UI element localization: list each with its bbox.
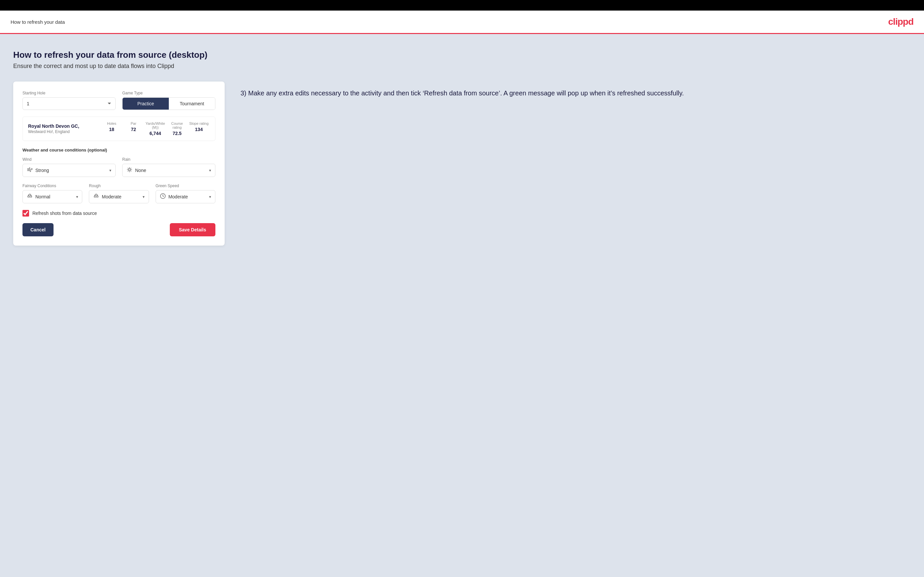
fairway-icon — [27, 193, 33, 200]
fairway-label: Fairway Conditions — [23, 184, 82, 188]
wind-icon — [27, 167, 33, 174]
page-subheading: Ensure the correct and most up to date d… — [13, 63, 911, 70]
green-speed-group: Green Speed Moderate Slow Fast ▼ — [156, 184, 215, 203]
green-speed-icon — [160, 193, 166, 200]
wind-rain-row: Wind Strong Calm Light Moderate ▼ — [23, 157, 215, 177]
rough-label: Rough — [89, 184, 149, 188]
par-value: 72 — [123, 127, 144, 132]
game-type-group: Game Type Practice Tournament — [122, 91, 215, 110]
yards-label: Yards/White (M)) — [144, 121, 166, 129]
conditions-row: Fairway Conditions Normal Soft Firm ▼ — [23, 184, 215, 203]
slope-rating-stat: Slope rating 134 — [188, 121, 210, 136]
fairway-dropdown[interactable]: Normal Soft Firm ▼ — [23, 190, 82, 203]
green-speed-dropdown[interactable]: Moderate Slow Fast ▼ — [156, 190, 215, 203]
conditions-title: Weather and course conditions (optional) — [23, 148, 215, 153]
game-type-label: Game Type — [122, 91, 215, 95]
starting-hole-select[interactable]: 1 10 — [23, 97, 116, 110]
rain-dropdown[interactable]: None Light Heavy ▼ — [122, 164, 215, 177]
save-details-button[interactable]: Save Details — [170, 223, 216, 236]
refresh-checkbox[interactable] — [23, 210, 29, 216]
tournament-button[interactable]: Tournament — [169, 98, 215, 110]
page-heading: How to refresh your data from source (de… — [13, 50, 911, 60]
green-speed-label: Green Speed — [156, 184, 215, 188]
game-type-buttons: Practice Tournament — [122, 97, 215, 110]
wind-select[interactable]: Strong Calm Light Moderate — [36, 168, 111, 173]
rough-dropdown[interactable]: Moderate Light Heavy ▼ — [89, 190, 149, 203]
green-speed-select[interactable]: Moderate Slow Fast — [168, 194, 211, 199]
slope-rating-label: Slope rating — [188, 121, 210, 126]
description-text: 3) Make any extra edits necessary to the… — [241, 88, 911, 98]
course-info-row: Royal North Devon GC, Westward Ho!, Engl… — [28, 121, 210, 136]
practice-button[interactable]: Practice — [123, 98, 169, 110]
svg-line-3 — [128, 168, 129, 169]
header-title: How to refresh your data — [11, 19, 65, 25]
fairway-select[interactable]: Normal Soft Firm — [36, 194, 78, 199]
refresh-label: Refresh shots from data source — [32, 211, 97, 216]
course-rating-label: Course rating — [166, 121, 188, 129]
wind-dropdown[interactable]: Strong Calm Light Moderate ▼ — [23, 164, 116, 177]
top-bar — [0, 0, 924, 11]
form-card: Starting Hole 1 10 Game Type Practice To… — [13, 82, 225, 246]
par-label: Par — [123, 121, 144, 126]
rain-label: Rain — [122, 157, 215, 162]
fairway-group: Fairway Conditions Normal Soft Firm ▼ — [23, 184, 82, 203]
starting-hole-group: Starting Hole 1 10 — [23, 91, 116, 110]
yards-value: 6,744 — [144, 131, 166, 136]
rough-select[interactable]: Moderate Light Heavy — [102, 194, 144, 199]
course-rating-stat: Course rating 72.5 — [166, 121, 188, 136]
par-stat: Par 72 — [123, 121, 144, 136]
course-table: Royal North Devon GC, Westward Ho!, Engl… — [23, 116, 215, 141]
refresh-checkbox-row: Refresh shots from data source — [23, 210, 215, 216]
cancel-button[interactable]: Cancel — [23, 223, 53, 236]
svg-line-8 — [131, 168, 131, 169]
starting-hole-label: Starting Hole — [23, 91, 116, 95]
wind-group: Wind Strong Calm Light Moderate ▼ — [23, 157, 116, 177]
holes-value: 18 — [101, 127, 123, 132]
svg-point-10 — [95, 194, 97, 196]
course-name: Royal North Devon GC, — [28, 124, 101, 129]
yards-stat: Yards/White (M)) 6,744 — [144, 121, 166, 136]
content-row: Starting Hole 1 10 Game Type Practice To… — [13, 82, 911, 246]
slope-rating-value: 134 — [188, 127, 210, 132]
rain-select[interactable]: None Light Heavy — [135, 168, 211, 173]
course-location: Westward Ho!, England — [28, 129, 101, 134]
rain-group: Rain None Light Heavy ▼ — [122, 157, 215, 177]
holes-label: Holes — [101, 121, 123, 126]
rough-icon — [93, 193, 99, 200]
course-rating-value: 72.5 — [166, 131, 188, 136]
button-row: Cancel Save Details — [23, 223, 215, 236]
rain-icon — [126, 167, 132, 174]
course-name-col: Royal North Devon GC, Westward Ho!, Engl… — [28, 124, 101, 134]
logo: clippd — [888, 16, 913, 27]
course-stats: Holes 18 Par 72 Yards/White (M)) 6,744 — [101, 121, 210, 136]
svg-line-7 — [128, 171, 129, 171]
wind-label: Wind — [23, 157, 116, 162]
main-content: How to refresh your data from source (de… — [0, 34, 924, 577]
svg-line-4 — [131, 171, 131, 171]
svg-point-0 — [129, 169, 131, 171]
holes-stat: Holes 18 — [101, 121, 123, 136]
header: How to refresh your data clippd — [0, 11, 924, 34]
top-form-row: Starting Hole 1 10 Game Type Practice To… — [23, 91, 215, 110]
rough-group: Rough Moderate Light Heavy ▼ — [89, 184, 149, 203]
svg-point-9 — [29, 194, 31, 196]
side-description: 3) Make any extra edits necessary to the… — [241, 82, 911, 98]
